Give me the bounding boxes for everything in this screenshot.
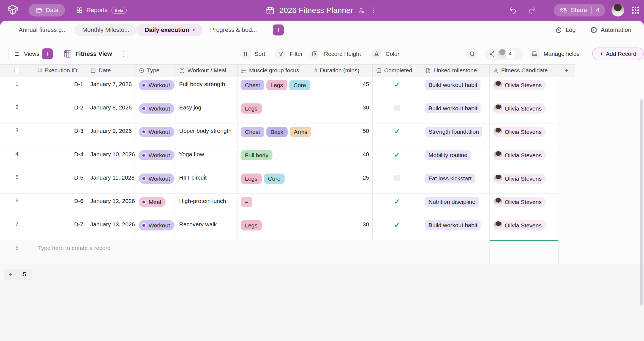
cell-type[interactable]: Workout — [135, 100, 176, 123]
cell-duration[interactable]: 40 — [311, 147, 373, 170]
row-number[interactable]: 4 — [0, 147, 34, 170]
cell-duration[interactable]: 25 — [311, 170, 373, 193]
cell-fitness-candidate[interactable]: Olivia Stevens — [490, 123, 558, 147]
cell-linked-milestone[interactable]: Strength foundation — [422, 123, 490, 147]
redo-button[interactable] — [528, 6, 536, 14]
row-number[interactable]: 2 — [0, 100, 34, 123]
table-tab-monthly[interactable]: Monthly Milesto... — [75, 24, 137, 36]
cell-workout-meal[interactable]: Recovery walk — [176, 217, 238, 240]
undo-button[interactable] — [509, 6, 517, 14]
cell-muscle-group[interactable]: Full body — [238, 147, 311, 170]
cell-fitness-candidate[interactable]: Olivia Stevens — [490, 147, 558, 170]
color-button[interactable]: Color — [371, 48, 399, 59]
cell-completed[interactable]: ✓ — [373, 77, 422, 100]
cell-workout-meal[interactable]: Full body strength — [176, 77, 238, 100]
cell-workout-meal[interactable]: HIIT circuit — [176, 170, 238, 193]
cell-duration[interactable]: 50 — [311, 123, 373, 147]
row-number[interactable]: 5 — [0, 170, 34, 193]
add-view-button[interactable]: + — [42, 48, 53, 59]
cell-linked-milestone[interactable]: Build workout habit — [422, 77, 490, 100]
cell-fitness-candidate[interactable]: Olivia Stevens — [490, 217, 558, 240]
row-number[interactable]: 1 — [0, 77, 34, 100]
apps-grid-icon[interactable] — [631, 6, 640, 15]
cell-workout-meal[interactable]: Easy jog — [176, 100, 238, 123]
log-button[interactable]: Log — [555, 26, 576, 34]
cell-duration[interactable]: 30 — [311, 217, 373, 240]
cell-date[interactable]: January 10, 2026 — [87, 147, 135, 170]
table-tab-progress[interactable]: Progress & bod... — [202, 24, 264, 36]
add-field-button[interactable]: + — [558, 65, 575, 76]
select-all-checkbox[interactable] — [14, 68, 20, 73]
view-share-collaborators[interactable]: 4 — [485, 48, 523, 60]
cell-completed[interactable]: ✓ — [373, 123, 422, 147]
cell-type[interactable]: Workout — [135, 147, 176, 170]
cell-workout-meal[interactable]: High-protein lunch — [176, 194, 238, 217]
teable-logo-icon[interactable] — [6, 4, 19, 17]
cell-duration[interactable]: 30 — [311, 100, 373, 123]
cell-fitness-candidate[interactable]: Olivia Stevens — [490, 77, 558, 100]
cell-duration[interactable]: 45 — [311, 77, 373, 100]
cell-date[interactable]: January 9, 2026 — [87, 123, 135, 147]
title-kebab-menu-icon[interactable]: ⋮ — [369, 6, 378, 15]
column-header-workout-meal[interactable]: Workout / Meal — [176, 65, 238, 76]
filter-button[interactable]: Filter — [275, 48, 303, 59]
row-number[interactable]: 7 — [0, 217, 34, 240]
search-button[interactable] — [467, 48, 478, 59]
cell-duration[interactable] — [311, 194, 373, 217]
automation-button[interactable]: Automation — [590, 26, 631, 34]
column-header-muscle-group[interactable]: Muscle group focus — [238, 65, 311, 76]
view-name[interactable]: Fitness View — [75, 50, 112, 57]
table-tab-annual[interactable]: Annual fitness g... — [11, 24, 75, 36]
cell-completed[interactable] — [373, 100, 422, 123]
collaborator-icon[interactable] — [358, 7, 365, 14]
cell-fitness-candidate[interactable]: Olivia Stevens — [490, 194, 558, 217]
cell-date[interactable]: January 7, 2026 — [87, 77, 135, 100]
record-height-button[interactable]: Record Height — [309, 48, 361, 59]
table-tab-daily-active[interactable]: Daily execution ▾ — [137, 24, 202, 36]
cell-execution-id[interactable]: D-5 — [34, 170, 87, 193]
cell-muscle-group[interactable]: Legs — [238, 100, 311, 123]
cell-execution-id[interactable]: D-6 — [34, 194, 87, 217]
cell-type[interactable]: Workout — [135, 123, 176, 147]
views-button[interactable]: Views — [8, 48, 45, 60]
cell-date[interactable]: January 11, 2026 — [87, 170, 135, 193]
user-avatar[interactable] — [612, 4, 624, 16]
cell-date[interactable]: January 8, 2026 — [87, 100, 135, 123]
cell-execution-id[interactable]: D-4 — [34, 147, 87, 170]
add-table-button[interactable]: + — [273, 24, 284, 35]
add-record-footer-button[interactable]: + — [4, 269, 17, 280]
cell-linked-milestone[interactable]: Build workout habit — [422, 217, 490, 240]
column-header-execution-id[interactable]: 12Execution ID — [34, 65, 87, 76]
column-header-type[interactable]: Type — [135, 65, 176, 76]
row-number[interactable]: 6 — [0, 194, 34, 217]
selected-cell[interactable] — [490, 240, 558, 264]
cell-linked-milestone[interactable]: Mobility routine — [422, 147, 490, 170]
nav-reports-button[interactable]: Reports Beta — [69, 4, 133, 16]
cell-execution-id[interactable]: D-2 — [34, 100, 87, 123]
cell-linked-milestone[interactable]: Fat loss kickstart — [422, 170, 490, 193]
cell-workout-meal[interactable]: Upper body strength — [176, 123, 238, 147]
manage-fields-button[interactable]: Manage fields — [529, 48, 580, 59]
cell-fitness-candidate[interactable]: Olivia Stevens — [490, 100, 558, 123]
cell-execution-id[interactable]: D-1 — [34, 77, 87, 100]
view-kebab-menu-icon[interactable]: ⋮ — [121, 50, 127, 58]
cell-muscle-group[interactable]: Chest Back Arms — [238, 123, 311, 147]
cell-completed[interactable]: ✓ — [373, 194, 422, 217]
column-header-fitness-candidate[interactable]: Fitness Candidate — [490, 65, 558, 76]
cell-date[interactable]: January 13, 2026 — [87, 217, 135, 240]
new-record-row[interactable]: 8 Type here to create a record — [0, 240, 558, 264]
column-header-duration[interactable]: #Duration (mins) — [311, 65, 373, 76]
cell-type[interactable]: Workout — [135, 170, 176, 193]
vertical-scrollbar[interactable] — [640, 99, 643, 306]
cell-execution-id[interactable]: D-3 — [34, 123, 87, 147]
cell-completed[interactable]: ✓ — [373, 147, 422, 170]
cell-date[interactable]: January 12, 2026 — [87, 194, 135, 217]
cell-type[interactable]: Workout — [135, 77, 176, 100]
cell-muscle-group[interactable]: Legs Core — [238, 170, 311, 193]
share-button[interactable]: Share 4 — [554, 4, 605, 16]
add-record-button[interactable]: + Add Record — [592, 48, 644, 60]
column-header-date[interactable]: Date — [87, 65, 135, 76]
cell-completed[interactable]: ✓ — [373, 217, 422, 240]
sort-button[interactable]: Sort — [240, 48, 265, 59]
row-number[interactable]: 3 — [0, 123, 34, 147]
